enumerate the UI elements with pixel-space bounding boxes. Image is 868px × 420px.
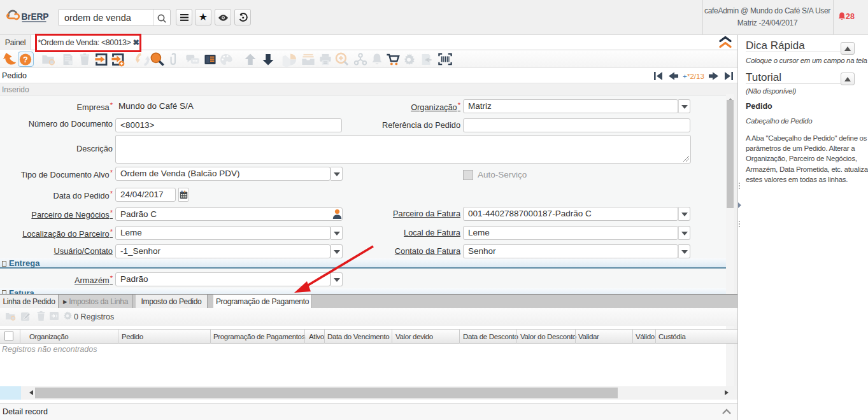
svg-text:*2/13: *2/13 <box>687 73 704 80</box>
svg-text:?: ? <box>23 55 28 64</box>
svg-text:+: + <box>683 73 687 80</box>
svg-text:BrERP: BrERP <box>22 12 49 22</box>
